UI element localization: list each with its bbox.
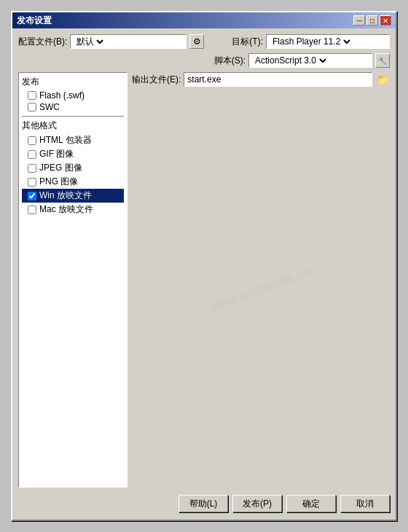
png-image-checkbox[interactable]: [28, 178, 36, 187]
script-label: 脚本(S):: [214, 55, 246, 67]
profile-row: 配置文件(B): 默认: [18, 34, 204, 49]
mac-projector-label: Mac 放映文件: [39, 203, 93, 216]
bottom-buttons: 帮助(L) 发布(P) 确定 取消: [18, 492, 390, 514]
win-projector-item[interactable]: Win 放映文件: [22, 189, 124, 203]
folder-icon-button[interactable]: 📁: [375, 72, 390, 87]
png-image-label: PNG 图像: [39, 176, 78, 188]
jpeg-image-label: JPEG 图像: [39, 162, 82, 174]
html-wrapper-item[interactable]: HTML 包装器: [22, 133, 124, 147]
publish-button[interactable]: 发布(P): [232, 495, 282, 512]
right-panel: 输出文件(E): 📁 www.cnchu365.cn: [132, 72, 390, 488]
profile-select-box[interactable]: 默认: [70, 34, 187, 49]
other-formats-label: 其他格式: [22, 120, 124, 132]
title-bar-buttons: ─ □ ✕: [353, 15, 391, 26]
dialog-title: 发布设置: [17, 15, 52, 27]
top-row: 配置文件(B): 默认 目标(T): Flash Player 11.2: [18, 34, 390, 49]
close-button[interactable]: ✕: [380, 15, 391, 26]
win-projector-label: Win 放映文件: [39, 189, 92, 202]
script-row: 脚本(S): ActionScript 3.0: [18, 53, 390, 68]
mac-projector-item[interactable]: Mac 放映文件: [22, 203, 124, 216]
target-row: 目标(T): Flash Player 11.2: [232, 34, 390, 49]
minimize-button[interactable]: ─: [353, 15, 365, 26]
html-wrapper-label: HTML 包装器: [39, 134, 92, 146]
jpeg-image-item[interactable]: JPEG 图像: [22, 161, 124, 175]
dialog-body: 配置文件(B): 默认 目标(T): Flash Player 11.2: [12, 28, 396, 520]
help-button[interactable]: 帮助(L): [178, 495, 228, 512]
gif-image-checkbox[interactable]: [28, 150, 36, 159]
gif-image-item[interactable]: GIF 图像: [22, 147, 124, 161]
wrench-icon: [378, 55, 387, 66]
swc-label: SWC: [39, 102, 60, 112]
publish-section-label: 发布: [22, 76, 124, 88]
flash-swf-item[interactable]: Flash (.swf): [22, 90, 124, 101]
script-select[interactable]: ActionScript 3.0: [252, 54, 329, 67]
profile-select[interactable]: 默认: [74, 35, 106, 48]
target-label: 目标(T):: [232, 36, 263, 48]
gear-button[interactable]: [189, 34, 204, 49]
swc-checkbox[interactable]: [28, 103, 36, 112]
mac-projector-checkbox[interactable]: [28, 206, 36, 214]
jpeg-image-checkbox[interactable]: [28, 164, 36, 173]
publish-settings-dialog: 发布设置 ─ □ ✕ 配置文件(B): 默认 目标(T):: [11, 11, 397, 521]
target-select-box[interactable]: Flash Player 11.2: [266, 34, 390, 49]
output-file-label: 输出文件(E):: [132, 74, 181, 86]
wrench-button[interactable]: [375, 53, 390, 68]
script-select-box[interactable]: ActionScript 3.0: [248, 53, 372, 68]
gif-image-label: GIF 图像: [39, 148, 74, 160]
divider: [22, 116, 124, 117]
title-bar: 发布设置 ─ □ ✕: [12, 12, 396, 28]
left-panel: 发布 Flash (.swf) SWC 其他格式 HTML 包装器 GI: [18, 72, 128, 488]
win-projector-checkbox[interactable]: [28, 192, 36, 200]
flash-swf-checkbox[interactable]: [28, 91, 36, 100]
maximize-button[interactable]: □: [366, 15, 378, 26]
gear-icon: [193, 36, 201, 47]
flash-swf-label: Flash (.swf): [39, 90, 85, 101]
output-file-input[interactable]: [184, 72, 372, 87]
output-row: 输出文件(E): 📁: [132, 72, 390, 87]
png-image-item[interactable]: PNG 图像: [22, 175, 124, 189]
html-wrapper-checkbox[interactable]: [28, 136, 36, 145]
ok-button[interactable]: 确定: [286, 495, 336, 512]
cancel-button[interactable]: 取消: [340, 495, 390, 512]
target-select[interactable]: Flash Player 11.2: [270, 35, 353, 48]
profile-label: 配置文件(B):: [18, 36, 67, 48]
main-content: 发布 Flash (.swf) SWC 其他格式 HTML 包装器 GI: [18, 72, 390, 488]
swc-item[interactable]: SWC: [22, 101, 124, 113]
